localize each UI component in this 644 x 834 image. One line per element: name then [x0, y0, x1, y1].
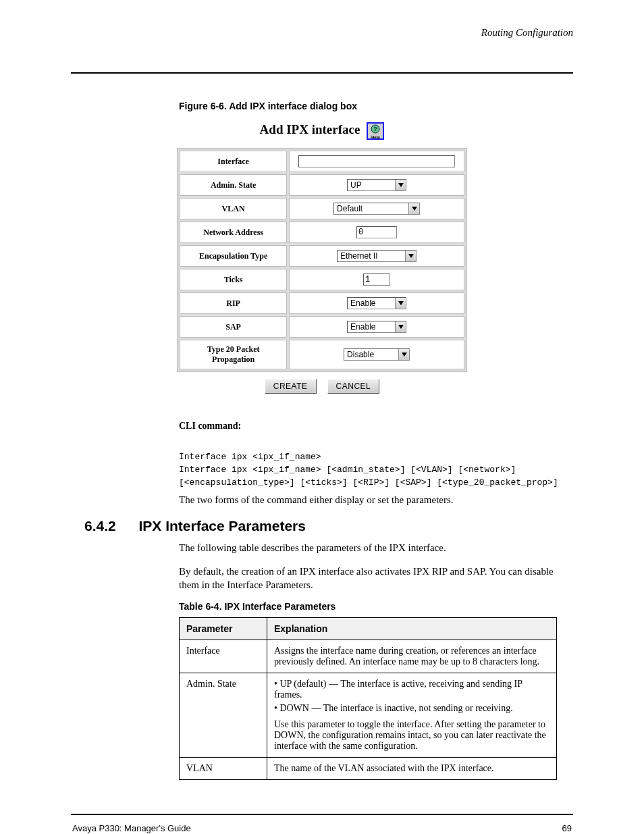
explain-line: • UP (default) — The interface is active… [274, 679, 549, 700]
explain-line: Use this parameter to toggle the interfa… [274, 719, 549, 752]
form-label: Ticks [180, 269, 287, 290]
select[interactable]: Enable [347, 321, 406, 333]
explain-line: • DOWN — The interface is inactive, not … [274, 703, 549, 714]
svg-marker-4 [408, 254, 414, 258]
form-label: RIP [180, 292, 287, 314]
desc-table: Parameter Explanation Interface Assigns … [179, 617, 557, 780]
form-control-cell [289, 221, 464, 243]
param-cell: Admin. State [180, 673, 267, 758]
select[interactable]: Ethernet II [337, 250, 417, 262]
explain-cell: Assigns the interface name during creati… [267, 640, 557, 673]
figure-heading: Add IPX interface ? Help [177, 122, 467, 140]
footer-right: 69 [562, 823, 572, 833]
form-row: Interface [180, 151, 464, 172]
create-button[interactable]: CREATE [265, 379, 317, 394]
svg-marker-5 [398, 301, 404, 305]
svg-marker-2 [398, 183, 404, 187]
help-icon[interactable]: ? Help [367, 122, 384, 140]
section-body-1: The following table describes the parame… [179, 541, 573, 554]
select-value: Default [334, 203, 408, 214]
form-row: Encapsulation TypeEthernet II [180, 245, 464, 267]
form-control-cell: Disable [289, 340, 464, 369]
figure-caption: Figure 6-6. Add IPX interface dialog box [179, 101, 573, 111]
table-row: VLAN The name of the VLAN associated wit… [180, 758, 557, 780]
cli-line3: [<encapsulation_type>] [<ticks>] [<RIP>]… [179, 477, 573, 488]
section-number: 6.4.2 [84, 518, 116, 533]
chevron-down-icon [398, 349, 409, 360]
form-control-cell [289, 269, 464, 290]
cli-line1: Interface ipx <ipx_if_name> [179, 452, 573, 462]
table-row: Admin. State • UP (default) — The interf… [180, 673, 557, 758]
footer-left: Avaya P330: Manager's Guide [72, 823, 191, 833]
form-row: Ticks [180, 269, 464, 290]
form-label: Admin. State [180, 174, 287, 196]
select-value: Enable [348, 298, 395, 309]
select-value: Ethernet II [338, 251, 405, 261]
select[interactable]: Disable [344, 348, 410, 361]
form-label: SAP [180, 316, 287, 338]
table-row: Interface Assigns the interface name dur… [180, 640, 557, 673]
form-control-cell: Default [289, 198, 464, 219]
cli-line2: Interface ipx <ipx_if_name> [<admin_stat… [179, 465, 573, 475]
section-header: 6.4.2 IPX Interface Parameters [84, 518, 573, 534]
cli-desc: The two forms of the command either disp… [179, 494, 573, 506]
form-label: Type 20 Packet Propagation [180, 340, 287, 369]
figure-area: Add IPX interface ? Help InterfaceAdmin.… [177, 122, 467, 394]
explain-cell: The name of the VLAN associated with the… [267, 758, 557, 780]
form-control-cell: Enable [289, 316, 464, 338]
desc-header-param: Parameter [180, 618, 267, 640]
chevron-down-icon [395, 298, 406, 309]
cli-heading: CLI command: [179, 421, 573, 432]
form-control-cell [289, 151, 464, 172]
select-value: Disable [344, 349, 398, 360]
desc-header-explain: Explanation [267, 618, 557, 640]
explain-cell: • UP (default) — The interface is active… [267, 673, 557, 758]
chevron-down-icon [405, 251, 416, 261]
cancel-button[interactable]: CANCEL [327, 379, 380, 394]
form-label: Interface [180, 151, 287, 172]
param-cell: VLAN [180, 758, 267, 780]
form-label: Network Address [180, 221, 287, 243]
form-row: Network Address [180, 221, 464, 243]
form-row: SAPEnable [180, 316, 464, 338]
top-rule [71, 72, 573, 74]
table-caption: Table 6-4. IPX Interface Parameters [179, 601, 573, 612]
select-value: Enable [348, 321, 395, 332]
page-header-right: Routing Configuration [71, 27, 573, 38]
form-label: Encapsulation Type [180, 245, 287, 267]
ipx-form-table: InterfaceAdmin. StateUPVLANDefaultNetwor… [177, 148, 467, 372]
text-input[interactable] [298, 155, 455, 167]
param-cell: Interface [180, 640, 267, 673]
form-row: VLANDefault [180, 198, 464, 219]
select[interactable]: Default [333, 203, 420, 215]
svg-text:?: ? [374, 126, 378, 132]
chevron-down-icon [395, 321, 406, 332]
form-control-cell: UP [289, 174, 464, 196]
section-name: IPX Interface Parameters [138, 518, 305, 533]
text-input[interactable] [363, 273, 390, 286]
chevron-down-icon [395, 180, 406, 190]
select[interactable]: UP [347, 179, 406, 191]
text-input[interactable] [356, 226, 397, 238]
section-body-2: By default, the creation of an IPX inter… [179, 565, 573, 592]
svg-marker-3 [412, 207, 417, 211]
select-value: UP [348, 180, 395, 190]
form-label: VLAN [180, 198, 287, 219]
svg-marker-6 [398, 325, 404, 329]
select[interactable]: Enable [347, 297, 406, 309]
svg-marker-7 [402, 353, 407, 357]
form-row: Type 20 Packet PropagationDisable [180, 340, 464, 369]
form-control-cell: Enable [289, 292, 464, 314]
form-row: Admin. StateUP [180, 174, 464, 196]
form-control-cell: Ethernet II [289, 245, 464, 267]
bottom-rule [71, 814, 573, 815]
figure-heading-text: Add IPX interface [260, 122, 360, 136]
chevron-down-icon [408, 203, 419, 214]
form-row: RIPEnable [180, 292, 464, 314]
